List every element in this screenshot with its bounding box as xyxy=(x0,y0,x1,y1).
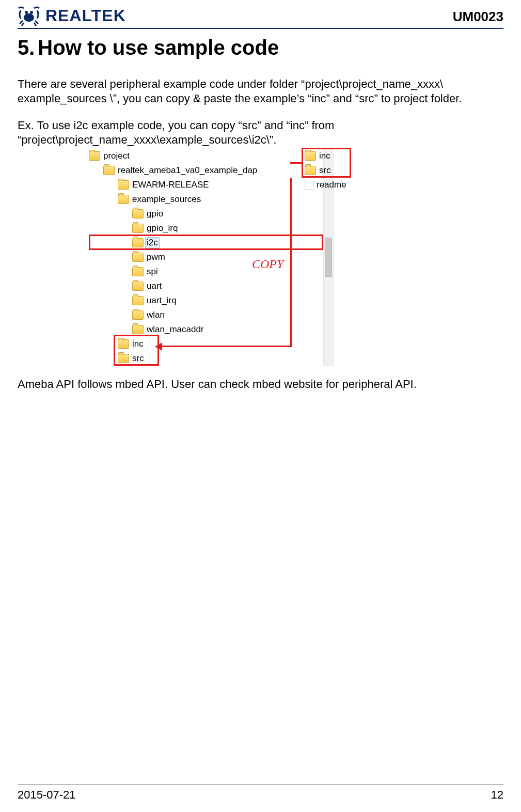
tree-node-uart[interactable]: uart xyxy=(89,279,450,293)
page-header: REALTEK UM0023 xyxy=(18,0,503,26)
section-number: 5. xyxy=(18,36,35,59)
folder-icon xyxy=(118,195,129,204)
tree-node-example-sources[interactable]: example_sources xyxy=(89,192,450,207)
folder-icon xyxy=(132,238,144,247)
tree-node-wlan[interactable]: wlan xyxy=(89,308,450,322)
brand-text: REALTEK xyxy=(45,6,126,25)
scrollbar-thumb[interactable] xyxy=(325,238,332,277)
svg-point-1 xyxy=(25,11,28,14)
paragraph-3: Ameba API follows mbed API. User can che… xyxy=(18,377,503,392)
folder-icon xyxy=(118,354,129,363)
folder-icon xyxy=(89,151,100,161)
tree-node-realtek[interactable]: realtek_ameba1_va0_example_dap xyxy=(89,163,450,178)
svg-point-0 xyxy=(24,13,34,22)
folder-icon xyxy=(305,151,316,161)
document-page: REALTEK UM0023 5.How to use sample code … xyxy=(0,0,521,812)
folder-icon xyxy=(118,339,129,349)
red-arrowhead-icon xyxy=(155,342,162,351)
folder-icon xyxy=(132,253,144,262)
src-file-readme[interactable]: readme xyxy=(305,178,372,192)
folder-icon xyxy=(132,282,144,291)
tree-node-uart-irq[interactable]: uart_irq xyxy=(89,293,450,308)
tree-node-gpio[interactable]: gpio xyxy=(89,207,450,221)
brand-block: REALTEK xyxy=(18,5,126,26)
file-icon xyxy=(305,180,313,190)
src-folder-src[interactable]: src xyxy=(305,163,372,178)
tree-node-dest-inc[interactable]: inc xyxy=(89,337,450,351)
i2c-contents: inc src readme xyxy=(305,149,372,192)
folder-icon xyxy=(132,224,144,233)
tree-node-i2c[interactable]: i2c xyxy=(89,236,450,250)
section-heading: 5.How to use sample code xyxy=(18,36,503,59)
explorer-figure: project realtek_ameba1_va0_example_dap E… xyxy=(89,149,450,366)
tree-node-dest-src[interactable]: src xyxy=(89,351,450,366)
realtek-crab-icon xyxy=(18,5,40,26)
copy-label: COPY xyxy=(252,257,283,271)
folder-icon xyxy=(132,310,144,320)
folder-icon xyxy=(132,325,144,334)
tree-node-project[interactable]: project xyxy=(89,149,450,163)
section-title: How to use sample code xyxy=(38,36,279,59)
folder-icon xyxy=(132,296,144,305)
paragraph-2: Ex. To use i2c example code, you can cop… xyxy=(18,118,503,147)
doc-id: UM0023 xyxy=(453,9,503,26)
header-rule xyxy=(18,28,503,29)
footer-date: 2015-07-21 xyxy=(18,788,76,802)
footer-page-number: 12 xyxy=(491,788,503,802)
tree-node-wlan-macaddr[interactable]: wlan_macaddr xyxy=(89,322,450,337)
folder-icon xyxy=(132,267,144,276)
footer-rule xyxy=(18,785,503,785)
svg-point-2 xyxy=(30,11,33,14)
folder-icon xyxy=(103,166,115,175)
paragraph-1: There are several peripheral example cod… xyxy=(18,77,503,106)
page-footer: 2015-07-21 12 xyxy=(18,785,503,802)
tree-node-gpio-irq[interactable]: gpio_irq xyxy=(89,221,450,236)
src-folder-inc[interactable]: inc xyxy=(305,149,372,163)
folder-icon xyxy=(118,180,129,190)
folder-icon xyxy=(305,166,316,175)
folder-icon xyxy=(132,209,144,218)
tree-node-ewarm[interactable]: EWARM-RELEASE xyxy=(89,178,450,192)
